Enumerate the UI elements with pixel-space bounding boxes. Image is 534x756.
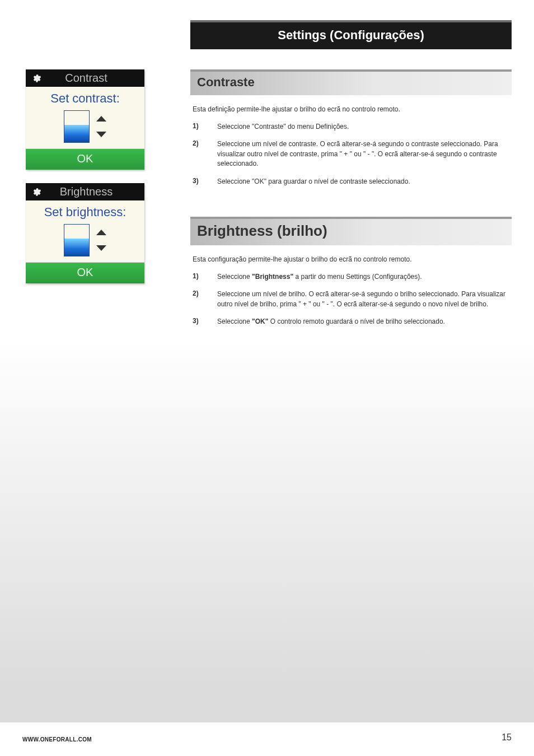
device-contrast-title: Contrast	[44, 72, 141, 85]
step-number: 2)	[193, 290, 217, 309]
section-brightness-heading: Brightness (brilho)	[190, 217, 512, 245]
step-text: Seleccione "OK" O controlo remoto guarda…	[217, 317, 512, 326]
brightness-level-indicator	[64, 224, 90, 256]
brightness-steps: 1) Seleccione "Brightness" a partir do m…	[193, 272, 512, 327]
step-post: a partir do menu Settings (Configurações…	[293, 273, 421, 281]
contraste-intro: Esta definição permite-lhe ajustar o bri…	[193, 105, 512, 113]
step-post: O controlo remoto guardará o nível de br…	[268, 318, 445, 325]
gear-icon	[29, 187, 44, 197]
list-item: 1) Seleccione "Contraste" do menu Defini…	[193, 122, 512, 132]
device-brightness-body-label: Set brightness:	[30, 205, 140, 220]
step-number: 1)	[193, 272, 217, 282]
brightness-up-icon[interactable]	[96, 230, 106, 235]
list-item: 3) Seleccione "OK" O controlo remoto gua…	[193, 317, 512, 326]
page-number: 15	[502, 732, 512, 743]
page-banner: Settings (Configurações)	[190, 20, 512, 49]
device-brightness-header: Brightness	[26, 183, 144, 200]
step-bold: "OK"	[252, 318, 268, 325]
page-footer: WWW.ONEFORALL.COM 15	[22, 732, 512, 743]
list-item: 2) Seleccione um nível de contraste. O e…	[193, 139, 512, 169]
step-pre: Seleccione	[217, 318, 252, 325]
brightness-intro: Esta configuração permite-lhe ajustar o …	[193, 255, 512, 263]
step-bold: "Brightness"	[252, 273, 293, 281]
device-brightness-title: Brightness	[44, 185, 141, 198]
device-brightness: Brightness Set brightness: OK	[26, 183, 144, 283]
section-brightness-title: Brightness (brilho)	[197, 222, 505, 240]
step-text: Seleccione "Contraste" do menu Definiçõe…	[217, 122, 512, 132]
list-item: 3) Seleccione "OK" para guardar o nível …	[193, 177, 512, 186]
brightness-ok-button[interactable]: OK	[26, 262, 144, 283]
contrast-down-icon[interactable]	[96, 132, 106, 137]
contrast-up-icon[interactable]	[96, 116, 106, 122]
section-contraste-heading: Contraste	[190, 69, 512, 95]
list-item: 2) Seleccione um nível de brilho. O ecrã…	[193, 290, 512, 309]
list-item: 1) Seleccione "Brightness" a partir do m…	[193, 272, 512, 282]
step-number: 2)	[193, 139, 217, 169]
step-text: Seleccione um nível de brilho. O ecrã al…	[217, 290, 512, 309]
contrast-ok-button[interactable]: OK	[26, 148, 144, 170]
gear-icon	[29, 73, 44, 83]
step-pre: Seleccione	[217, 273, 252, 281]
step-number: 3)	[193, 317, 217, 326]
step-number: 1)	[193, 122, 217, 132]
brightness-down-icon[interactable]	[96, 245, 106, 251]
contraste-steps: 1) Seleccione "Contraste" do menu Defini…	[193, 122, 512, 186]
step-number: 3)	[193, 177, 217, 186]
step-text: Seleccione um nível de contraste. O ecrã…	[217, 139, 512, 169]
device-contrast: Contrast Set contrast: OK	[26, 69, 144, 170]
section-contraste-title: Contraste	[197, 75, 505, 90]
step-text: Seleccione "OK" para guardar o nível de …	[217, 177, 512, 186]
step-text: Seleccione "Brightness" a partir do menu…	[217, 272, 512, 282]
footer-url: WWW.ONEFORALL.COM	[22, 736, 92, 743]
device-contrast-body-label: Set contrast:	[30, 91, 140, 106]
contrast-level-indicator	[64, 110, 90, 143]
device-contrast-header: Contrast	[26, 69, 144, 87]
